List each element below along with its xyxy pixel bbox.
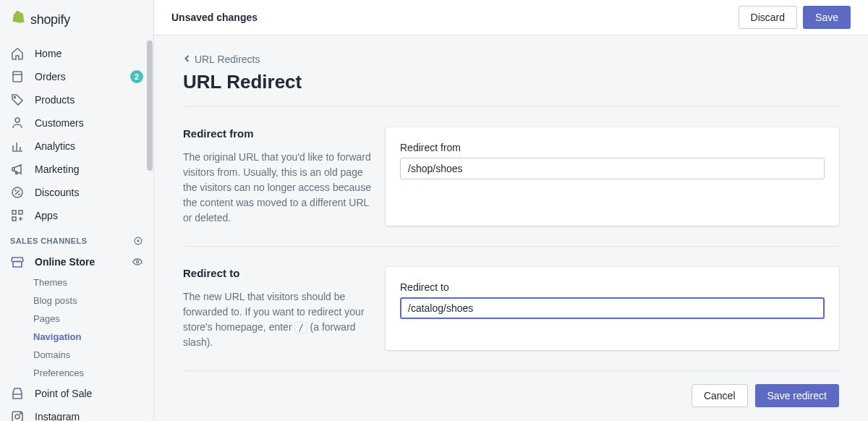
section-header-label: SALES CHANNELS	[10, 237, 87, 245]
nav-home[interactable]: Home	[0, 42, 153, 65]
subnav-domains[interactable]: Domains	[33, 346, 153, 364]
redirect-to-section: Redirect to The new URL that visitors sh…	[183, 247, 839, 370]
redirect-from-label: Redirect from	[400, 142, 825, 153]
svg-rect-4	[12, 210, 16, 214]
section-desc: The original URL that you'd like to forw…	[183, 150, 371, 226]
subnav-themes[interactable]: Themes	[33, 273, 153, 292]
save-redirect-button[interactable]: Save redirect	[755, 384, 839, 407]
section-desc: The new URL that visitors should be forw…	[183, 289, 371, 350]
breadcrumb-label: URL Redirects	[195, 54, 260, 65]
nav-orders[interactable]: Orders 2	[0, 65, 153, 88]
redirect-to-input[interactable]	[400, 297, 825, 319]
svg-point-11	[20, 413, 21, 414]
orders-badge: 2	[130, 70, 143, 83]
nav-products[interactable]: Products	[0, 88, 153, 111]
nav-label: Marketing	[35, 163, 143, 175]
add-channel-icon[interactable]	[133, 236, 143, 246]
svg-point-8	[136, 260, 138, 263]
svg-rect-6	[12, 217, 16, 221]
nav-label: Home	[35, 48, 143, 59]
svg-point-10	[15, 414, 20, 419]
nav-customers[interactable]: Customers	[0, 111, 153, 135]
apps-icon	[10, 208, 25, 223]
redirect-from-input[interactable]	[400, 158, 825, 179]
subnav-blog-posts[interactable]: Blog posts	[33, 292, 153, 310]
chevron-left-icon	[183, 54, 192, 65]
nav-label: Discounts	[35, 187, 143, 198]
nav-analytics[interactable]: Analytics	[0, 135, 153, 158]
nav-label: Orders	[35, 71, 120, 82]
logo-text: shopify	[30, 12, 70, 27]
nav-marketing[interactable]: Marketing	[0, 158, 153, 181]
nav-label: Apps	[35, 210, 143, 221]
instagram-icon	[10, 409, 25, 421]
redirect-to-label: Redirect to	[400, 281, 825, 293]
redirect-to-card: Redirect to	[386, 267, 839, 350]
svg-point-2	[15, 118, 20, 122]
save-button[interactable]: Save	[803, 6, 851, 29]
svg-rect-5	[19, 210, 22, 214]
nav-pos[interactable]: Point of Sale	[0, 382, 153, 405]
sidebar: shopify Home Orders 2 Products Customers	[0, 0, 154, 421]
svg-rect-0	[13, 72, 22, 82]
subnav-navigation[interactable]: Navigation	[33, 328, 153, 346]
page-title: URL Redirect	[183, 71, 839, 93]
cancel-button[interactable]: Cancel	[692, 384, 748, 407]
logo[interactable]: shopify	[0, 0, 153, 36]
nav-label: Products	[35, 94, 143, 106]
tag-icon	[10, 93, 25, 107]
nav-label: Instagram	[35, 411, 143, 421]
sales-channels-header: SALES CHANNELS	[0, 227, 153, 250]
footer-actions: Cancel Save redirect	[183, 371, 839, 421]
orders-icon	[10, 69, 25, 84]
svg-point-1	[14, 97, 16, 98]
main-nav: Home Orders 2 Products Customers Analyti…	[0, 36, 153, 421]
person-icon	[10, 116, 25, 130]
home-icon	[10, 46, 25, 61]
nav-label: Customers	[35, 117, 143, 129]
discard-button[interactable]: Discard	[739, 6, 797, 29]
nav-apps[interactable]: Apps	[0, 204, 153, 227]
subnav-preferences[interactable]: Preferences	[33, 364, 153, 382]
store-icon	[10, 255, 25, 269]
nav-label: Online Store	[35, 256, 122, 268]
pos-icon	[10, 386, 25, 401]
nav-discounts[interactable]: Discounts	[0, 181, 153, 204]
redirect-from-card: Redirect from	[386, 127, 839, 226]
subnav-pages[interactable]: Pages	[33, 310, 153, 328]
online-store-subnav: Themes Blog posts Pages Navigation Domai…	[0, 273, 153, 382]
section-title: Redirect to	[183, 267, 371, 279]
sidebar-scrollbar[interactable]	[147, 41, 153, 171]
page-content: URL Redirects URL Redirect Redirect from…	[154, 35, 868, 421]
nav-label: Analytics	[35, 140, 143, 152]
discount-icon	[10, 185, 25, 200]
nav-instagram[interactable]: Instagram	[0, 405, 153, 421]
nav-label: Point of Sale	[35, 388, 143, 399]
redirect-from-section: Redirect from The original URL that you'…	[183, 107, 839, 246]
unsaved-changes-label: Unsaved changes	[171, 12, 258, 23]
breadcrumb[interactable]: URL Redirects	[183, 54, 260, 65]
topbar: Unsaved changes Discard Save	[154, 0, 868, 35]
chart-icon	[10, 139, 25, 153]
megaphone-icon	[10, 162, 25, 177]
nav-online-store[interactable]: Online Store	[0, 250, 153, 273]
shopify-bag-icon	[12, 10, 26, 29]
section-title: Redirect from	[183, 127, 371, 140]
eye-icon[interactable]	[132, 256, 143, 268]
